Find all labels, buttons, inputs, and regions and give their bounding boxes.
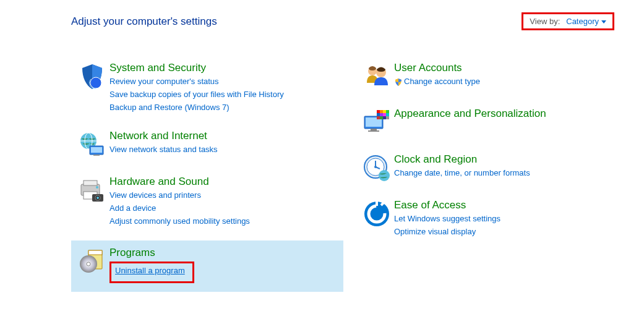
printer-camera-icon: [75, 176, 109, 205]
svg-rect-35: [386, 116, 389, 119]
link-devices-printers[interactable]: View devices and printers: [109, 189, 340, 202]
page-title: Adjust your computer's settings: [71, 15, 217, 28]
svg-point-13: [97, 197, 99, 199]
svg-rect-26: [383, 110, 386, 113]
link-network-status[interactable]: View network status and tasks: [109, 143, 340, 156]
svg-rect-33: [380, 116, 383, 119]
link-suggest-settings[interactable]: Let Windows suggest settings: [394, 213, 624, 226]
category-title-user-accounts[interactable]: User Accounts: [394, 62, 624, 74]
category-title-ease-of-access[interactable]: Ease of Access: [394, 199, 624, 211]
svg-rect-29: [380, 113, 383, 116]
shield-icon: [75, 62, 109, 92]
view-by-value[interactable]: Category: [566, 17, 606, 26]
view-by-selector[interactable]: View by: Category: [522, 12, 614, 30]
category-programs: Programs Uninstall a program: [71, 240, 343, 292]
link-review-status[interactable]: Review your computer's status: [109, 75, 340, 88]
svg-point-10: [96, 186, 98, 189]
category-appearance: Appearance and Personalization: [356, 104, 628, 141]
category-title-system-security[interactable]: System and Security: [109, 62, 340, 74]
svg-point-17: [87, 262, 90, 266]
users-icon: [359, 62, 394, 92]
svg-rect-5: [91, 147, 102, 153]
svg-rect-34: [383, 116, 386, 119]
category-title-programs[interactable]: Programs: [109, 247, 340, 259]
link-add-device[interactable]: Add a device: [109, 202, 340, 215]
uac-shield-icon: [394, 78, 403, 87]
category-title-clock-region[interactable]: Clock and Region: [394, 153, 624, 166]
disc-box-icon: [75, 247, 109, 276]
svg-rect-24: [377, 110, 380, 113]
view-by-label: View by:: [530, 17, 560, 26]
category-network-internet: Network and Internet View network status…: [71, 126, 343, 163]
svg-rect-31: [386, 113, 389, 116]
category-ease-of-access: Ease of Access Let Windows suggest setti…: [356, 195, 628, 242]
link-backup-restore[interactable]: Backup and Restore (Windows 7): [109, 101, 340, 114]
category-hardware-sound: Hardware and Sound View devices and prin…: [71, 172, 343, 231]
svg-rect-23: [368, 130, 379, 132]
link-change-account-type[interactable]: Change account type: [394, 75, 624, 88]
link-uninstall-program[interactable]: Uninstall a program: [115, 266, 185, 275]
globe-network-icon: [75, 130, 109, 160]
link-change-date-time[interactable]: Change date, time, or number formats: [394, 167, 624, 180]
svg-rect-28: [377, 113, 380, 116]
category-title-hardware[interactable]: Hardware and Sound: [109, 176, 340, 188]
svg-rect-27: [386, 110, 389, 113]
chevron-down-icon: [601, 20, 606, 23]
svg-rect-15: [88, 250, 102, 255]
svg-rect-25: [380, 110, 383, 113]
svg-rect-6: [93, 155, 100, 156]
svg-point-41: [379, 170, 390, 181]
clock-globe-icon: [359, 153, 394, 183]
ease-of-access-icon: [359, 199, 394, 229]
category-title-appearance[interactable]: Appearance and Personalization: [394, 108, 624, 120]
svg-rect-22: [371, 129, 377, 130]
link-mobility-settings[interactable]: Adjust commonly used mobility settings: [109, 215, 340, 228]
svg-rect-30: [383, 113, 386, 116]
svg-point-0: [90, 77, 101, 88]
highlight-box-uninstall: Uninstall a program: [109, 262, 194, 283]
category-title-network[interactable]: Network and Internet: [109, 130, 340, 142]
monitor-colors-icon: [359, 108, 394, 137]
link-optimize-visual[interactable]: Optimize visual display: [394, 226, 624, 239]
svg-rect-8: [84, 181, 97, 185]
category-system-security: System and Security Review your computer…: [71, 58, 343, 117]
category-clock-region: Clock and Region Change date, time, or n…: [356, 150, 628, 187]
svg-rect-32: [377, 116, 380, 119]
link-file-history[interactable]: Save backup copies of your files with Fi…: [109, 88, 340, 101]
svg-point-40: [374, 166, 377, 168]
category-user-accounts: User Accounts Change account type: [356, 58, 628, 95]
